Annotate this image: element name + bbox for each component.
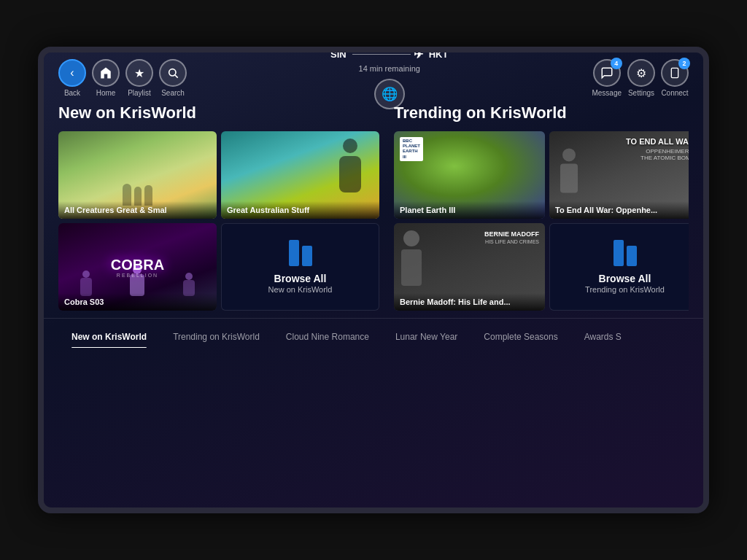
browse-trending-icon xyxy=(614,240,637,266)
svg-point-0 xyxy=(169,69,176,76)
browse-new-sublabel: New on KrisWorld xyxy=(268,285,333,294)
playlist-label: Playlist xyxy=(128,89,151,97)
settings-button[interactable]: ⚙ Settings xyxy=(627,59,655,97)
card-great-aus[interactable]: Great Australian Stuff xyxy=(221,131,379,219)
browse-new-label: Browse All xyxy=(268,272,333,285)
tab-awards[interactable]: Awards S xyxy=(571,326,635,348)
message-badge: 4 xyxy=(611,58,622,69)
svg-rect-2 xyxy=(671,68,678,77)
card-planet-earth[interactable]: BBCPLANETEARTHIII Planet Earth III xyxy=(394,131,545,219)
browse-bar-2 xyxy=(302,246,312,266)
tab-complete[interactable]: Complete Seasons xyxy=(471,326,570,348)
planet-earth-label: Planet Earth III xyxy=(394,201,545,219)
search-label: Search xyxy=(161,89,185,97)
new-section-title: New on KrisWorld xyxy=(58,104,379,122)
home-icon xyxy=(92,59,120,87)
nav-right: 4 Message ⚙ Settings 2 Connect xyxy=(592,59,689,97)
nav-center: SIN ✈ HKT 14 min remaining 🌐 xyxy=(330,47,448,109)
trending-section-title: Trending on KrisWorld xyxy=(394,104,689,122)
card-browse-trending[interactable]: Browse All Trending on KrisWorld xyxy=(549,223,689,311)
trending-section: Trending on KrisWorld BBCPLANETEARTHIII … xyxy=(394,104,689,311)
cobra-label: Cobra S03 xyxy=(58,293,217,311)
search-button[interactable]: Search xyxy=(159,59,187,97)
browse-trending-label: Browse All xyxy=(585,272,665,285)
flight-to: HKT xyxy=(429,49,449,60)
flight-line xyxy=(352,54,411,55)
nav-bar: ‹ Back Home ★ Playlist xyxy=(44,52,703,104)
content-area: New on KrisWorld All Creatures Great & S… xyxy=(44,104,703,311)
message-label: Message xyxy=(592,89,622,97)
all-creatures-label: All Creatures Great & Smal xyxy=(58,201,217,219)
cobra-title: COBRA xyxy=(111,257,164,273)
browse-trending-sublabel: Trending on KrisWorld xyxy=(585,285,665,294)
bottom-tabs: New on KrisWorld Trending on KrisWorld C… xyxy=(44,318,703,348)
cobra-subtitle: REBELLION xyxy=(111,273,164,278)
war-title-text: TO END ALL WAR OPPENHEIMER & THE ATOMIC … xyxy=(626,137,689,161)
message-icon: 4 xyxy=(593,59,621,87)
nav-left: ‹ Back Home ★ Playlist xyxy=(58,59,187,97)
plane-icon: ✈ xyxy=(414,47,423,61)
back-label: Back xyxy=(64,89,80,97)
svg-line-1 xyxy=(175,75,178,78)
great-aus-label: Great Australian Stuff xyxy=(221,201,379,219)
connect-button[interactable]: 2 Connect xyxy=(661,59,689,97)
browse-bar-4 xyxy=(627,246,637,266)
home-label: Home xyxy=(96,89,116,97)
new-section: New on KrisWorld All Creatures Great & S… xyxy=(58,104,379,311)
home-button[interactable]: Home xyxy=(92,59,120,97)
flight-from: SIN xyxy=(330,49,347,60)
card-cobra[interactable]: COBRA REBELLION Cobra S03 xyxy=(58,223,217,311)
bernie-label: Bernie Madoff: His Life and... xyxy=(394,293,545,311)
search-icon xyxy=(159,59,187,87)
screen: ‹ Back Home ★ Playlist xyxy=(38,47,709,513)
flight-route: SIN ✈ HKT xyxy=(330,47,448,61)
card-bernie[interactable]: BERNIE MADOFF HIS LIFE AND CRIMES Bernie… xyxy=(394,223,545,311)
back-icon: ‹ xyxy=(58,59,86,87)
settings-icon: ⚙ xyxy=(627,59,655,87)
tab-trending[interactable]: Trending on KrisWorld xyxy=(160,326,273,348)
browse-new-icon xyxy=(289,240,312,266)
card-to-end-war[interactable]: TO END ALL WAR OPPENHEIMER & THE ATOMIC … xyxy=(549,131,689,219)
flight-arrow: ✈ xyxy=(352,47,423,61)
bbc-badge: BBCPLANETEARTHIII xyxy=(403,139,420,160)
trending-grid: BBCPLANETEARTHIII Planet Earth III xyxy=(394,131,689,311)
browse-bar-3 xyxy=(614,240,624,266)
playlist-button[interactable]: ★ Playlist xyxy=(125,59,153,97)
message-button[interactable]: 4 Message xyxy=(592,59,622,97)
tab-lunar[interactable]: Lunar New Year xyxy=(382,326,471,348)
card-browse-new[interactable]: Browse All New on KrisWorld xyxy=(221,223,379,311)
to-end-war-label: To End All War: Oppenhe... xyxy=(549,201,689,219)
browse-bar-1 xyxy=(289,240,299,266)
bernie-title-text: BERNIE MADOFF HIS LIFE AND CRIMES xyxy=(484,230,539,244)
back-button[interactable]: ‹ Back xyxy=(58,59,86,97)
playlist-icon: ★ xyxy=(125,59,153,87)
tab-cloud-nine[interactable]: Cloud Nine Romance xyxy=(273,326,382,348)
connect-icon: 2 xyxy=(661,59,689,87)
sections-row: New on KrisWorld All Creatures Great & S… xyxy=(58,104,689,311)
tab-new[interactable]: New on KrisWorld xyxy=(58,326,160,348)
settings-label: Settings xyxy=(628,89,654,97)
new-grid: All Creatures Great & Smal Great Austral… xyxy=(58,131,379,311)
flight-time: 14 min remaining xyxy=(359,64,420,73)
card-all-creatures[interactable]: All Creatures Great & Smal xyxy=(58,131,217,219)
connect-label: Connect xyxy=(661,89,688,97)
connect-badge: 2 xyxy=(678,58,690,69)
